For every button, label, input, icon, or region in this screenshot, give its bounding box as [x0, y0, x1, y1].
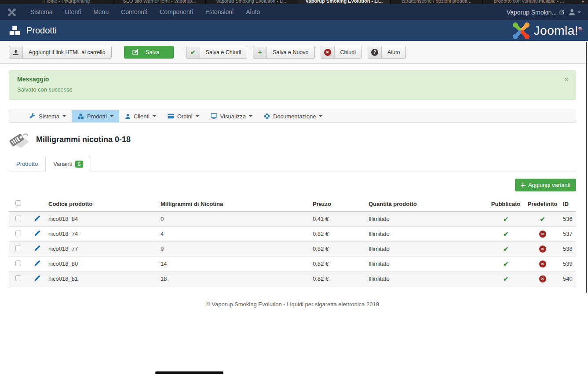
browser-tab[interactable]: Vaporup Smoking Evolution - Li... — [206, 0, 298, 4]
admin-menu: Sistema Utenti Menu Contenuti Componenti… — [24, 4, 266, 20]
default-toggle[interactable] — [539, 260, 546, 268]
tab-varianti[interactable]: Varianti 5 — [45, 156, 91, 172]
vm-menu-clienti[interactable]: Clienti — [119, 110, 162, 122]
published-toggle[interactable] — [503, 260, 508, 268]
new-tab-button[interactable]: + — [575, 0, 588, 4]
table-row: nico018_80 14 0,82 € Illimitato 539 — [9, 257, 576, 271]
page-title: Milligrammi nicotina 0-18 — [36, 135, 131, 144]
help-button[interactable]: ? Aiuto — [368, 46, 406, 59]
col-prezzo: Prezzo — [310, 198, 366, 212]
row-checkbox[interactable] — [15, 231, 21, 236]
cell-id: 537 — [561, 227, 576, 242]
default-toggle[interactable] — [539, 231, 546, 238]
admin-menu-utenti[interactable]: Utenti — [59, 4, 88, 20]
edit-pencil-icon[interactable] — [34, 245, 40, 251]
browser-tab-strip: Home - Pixartprinting SEO sito Warner fo… — [0, 0, 588, 4]
published-toggle[interactable] — [503, 216, 508, 223]
tab-prodotto[interactable]: Prodotto — [9, 156, 45, 172]
admin-menu-estensioni[interactable]: Estensioni — [199, 4, 240, 20]
user-menu-icon[interactable] — [569, 9, 581, 15]
close-button[interactable]: ✕ Chiudi — [321, 46, 362, 59]
product-tabs: Prodotto Varianti 5 — [9, 156, 576, 172]
browser-tab[interactable]: SEO sito Warner forni - Vaporup... — [113, 0, 206, 4]
product-title-row: Milligrammi nicotina 0-18 — [9, 131, 576, 148]
edit-pencil-icon[interactable] — [34, 215, 40, 221]
default-toggle[interactable] — [540, 216, 545, 223]
help-circle-icon: ? — [368, 46, 382, 58]
message-title: Messaggio — [17, 76, 568, 83]
chevron-down-icon — [319, 115, 322, 117]
default-toggle[interactable] — [539, 246, 546, 253]
save-new-button[interactable]: + Salva e Nuovo — [253, 46, 314, 59]
table-row: nico018_84 0 0,41 € Illimitato 536 — [9, 212, 576, 227]
browser-tab-active[interactable]: Vaporup Smoking Evolution - Li... — [298, 0, 391, 4]
table-row: nico018_77 9 0,82 € Illimitato 538 — [9, 242, 576, 257]
joomla-logo-icon — [512, 22, 530, 40]
credit-card-icon — [168, 114, 174, 119]
col-quantita: Quantità prodotto — [366, 198, 487, 212]
browser-tab[interactable]: prodotto con varianti multiple - ... — [483, 0, 575, 4]
edit-pencil-icon[interactable] — [34, 230, 40, 236]
cell-id: 536 — [561, 212, 576, 227]
vm-menu-prodotti[interactable]: Prodotti — [72, 110, 119, 122]
row-checkbox[interactable] — [15, 260, 21, 266]
select-all-checkbox[interactable] — [15, 200, 21, 206]
cell-price: 0,82 € — [310, 271, 366, 286]
plus-icon — [521, 183, 526, 187]
add-variants-button[interactable]: Aggiungi varianti — [515, 179, 576, 191]
joomla-logo-text: Joomla!® — [534, 24, 582, 38]
row-checkbox[interactable] — [15, 216, 21, 221]
cell-mg: 9 — [158, 242, 310, 257]
col-codice-prodotto: Codice prodotto — [46, 198, 158, 212]
row-checkbox[interactable] — [15, 246, 21, 251]
chevron-down-icon — [153, 115, 156, 117]
browser-window-controls — [0, 0, 21, 4]
cell-qty: Illimitato — [366, 257, 487, 271]
col-milligrammi: Milligrammi di Nicotina — [158, 198, 310, 212]
products-cubes-icon — [9, 26, 21, 36]
message-body: Salvato con successo — [17, 86, 568, 93]
published-toggle[interactable] — [503, 246, 508, 253]
virtuemart-menu: Sistema Prodotti Clienti Ordini — [9, 110, 576, 123]
external-link-icon — [559, 10, 565, 15]
save-button[interactable]: Salva — [124, 46, 174, 59]
default-toggle[interactable] — [539, 275, 546, 282]
admin-menu-sistema[interactable]: Sistema — [24, 4, 59, 20]
cell-price: 0,41 € — [310, 212, 366, 227]
vm-menu-sistema[interactable]: Sistema — [24, 110, 72, 122]
admin-top-bar: Sistema Utenti Menu Contenuti Componenti… — [0, 4, 588, 20]
col-id: ID — [561, 198, 576, 212]
browser-tab[interactable]: Home - Pixartprinting — [21, 0, 113, 4]
person-icon — [125, 114, 131, 119]
cell-id: 538 — [561, 242, 576, 257]
published-toggle[interactable] — [503, 275, 508, 282]
col-predefinito: Predefinito — [524, 198, 561, 212]
admin-menu-menu[interactable]: Menu — [87, 4, 115, 20]
monitor-icon — [211, 113, 217, 119]
col-pubblicato: Pubblicato — [487, 198, 524, 212]
browser-tab[interactable]: caratteristiche / opzioni prodott... — [391, 0, 483, 4]
cell-qty: Illimitato — [366, 242, 487, 257]
table-row: nico018_81 18 0,82 € Illimitato 540 — [9, 271, 576, 286]
upload-icon — [9, 46, 23, 58]
published-toggle[interactable] — [503, 231, 508, 238]
vm-menu-visualizza[interactable]: Visualizza — [205, 110, 258, 122]
footer-copyright: © Vaporup Smoking Evolution - Liquidi pe… — [9, 301, 576, 308]
product-tag-icon — [9, 131, 30, 148]
row-checkbox[interactable] — [15, 275, 21, 281]
browser-scrollbar[interactable] — [586, 42, 587, 293]
edit-pencil-icon[interactable] — [34, 260, 40, 266]
admin-menu-contenuti[interactable]: Contenuti — [115, 4, 153, 20]
save-close-button[interactable]: ✔ Salva e Chiudi — [186, 46, 248, 59]
add-cart-link-button[interactable]: Aggiungi il link HTML al carrello — [9, 46, 112, 59]
close-icon[interactable]: × — [564, 75, 569, 84]
chevron-down-icon — [577, 11, 581, 13]
edit-pencil-icon[interactable] — [34, 275, 40, 281]
vm-menu-documentazione[interactable]: Documentazione — [258, 110, 329, 122]
vm-menu-ordini[interactable]: Ordini — [162, 110, 205, 122]
save-pencil-icon — [132, 46, 140, 58]
site-preview-link[interactable]: Vaporup Smokin... — [507, 9, 565, 16]
admin-menu-componenti[interactable]: Componenti — [153, 4, 199, 20]
admin-menu-aiuto[interactable]: Aiuto — [240, 4, 266, 20]
page-header: Prodotti Joomla!® — [0, 20, 588, 41]
